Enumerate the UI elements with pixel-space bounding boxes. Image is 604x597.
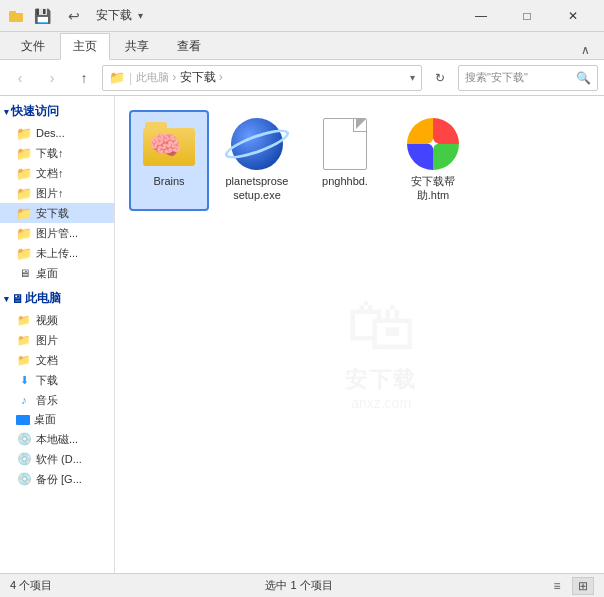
maximize-button[interactable]: □ [504,0,550,32]
folder-icon: 📁 [16,245,32,261]
downloads-blue-icon: ⬇ [16,372,32,388]
address-folder-icon: 📁 [109,70,125,85]
music-icon: ♪ [16,392,32,408]
documents-folder-icon: 📁 [16,352,32,368]
sidebar-item-software-disk[interactable]: 💿 软件 (D... [0,449,114,469]
search-icon[interactable]: 🔍 [576,71,591,85]
colorful-icon: ✦ [407,118,459,170]
sidebar-item-desktop3[interactable]: 桌面 [0,410,114,429]
sidebar-item-downloads[interactable]: 📁 下载↑ [0,143,114,163]
title-bar-left: 💾 ↩ 安下载 ▾ [8,2,143,30]
file-label-planet: planetsprosesetup.exe [223,174,291,203]
pictures-folder-icon: 📁 [16,332,32,348]
minimize-button[interactable]: — [458,0,504,32]
file-label-brains: Brains [153,174,184,188]
tab-share[interactable]: 共享 [112,33,162,59]
disk-icon: 💿 [16,431,32,447]
address-path-home: 此电脑 › 安下载 › [136,69,223,86]
sidebar-item-music[interactable]: ♪ 音乐 [0,390,114,410]
content-area: 🛍 安下载 anxz.com 🧠 Brains [115,96,604,573]
sidebar-item-downloads2[interactable]: ⬇ 下载 [0,370,114,390]
sidebar-item-video[interactable]: 📁 视频 [0,310,114,330]
view-detail-button[interactable]: ≡ [546,577,568,595]
title-bar-chevron: ▾ [138,10,143,21]
file-item-brains[interactable]: 🧠 Brains [129,110,209,211]
view-grid-button[interactable]: ⊞ [572,577,594,595]
address-bar-area: ‹ › ↑ 📁 | 此电脑 › 安下载 › ▾ ↻ 搜索"安下载" 🔍 [0,60,604,96]
search-box[interactable]: 搜索"安下载" 🔍 [458,65,598,91]
sidebar-item-pic-mgr[interactable]: 📁 图片管... [0,223,114,243]
status-view-buttons: ≡ ⊞ [546,577,594,595]
folder-icon: 📁 [16,185,32,201]
refresh-button[interactable]: ↻ [426,64,454,92]
sidebar-item-unuploaded[interactable]: 📁 未上传... [0,243,114,263]
document-icon [319,118,371,170]
status-bar: 4 个项目 选中 1 个项目 ≡ ⊞ [0,573,604,597]
sidebar-item-backup-disk[interactable]: 💿 备份 [G... [0,469,114,489]
sidebar-item-anxz[interactable]: 📁 安下载 [0,203,114,223]
sidebar-item-localdisk[interactable]: 💿 本地磁... [0,429,114,449]
close-button[interactable]: ✕ [550,0,596,32]
address-separator: | [129,71,132,85]
file-item-help[interactable]: ✦ 安下载帮助.htm [393,110,473,211]
forward-button[interactable]: › [38,64,66,92]
sidebar-item-pictures2[interactable]: 📁 图片 [0,330,114,350]
ribbon-tabs: 文件 主页 共享 查看 ∧ [0,32,604,60]
desktop2-icon [16,415,30,425]
search-placeholder: 搜索"安下载" [465,70,528,85]
file-item-pnghhbd[interactable]: pnghhbd. [305,110,385,211]
folder-icon: 📁 [16,225,32,241]
qat-save[interactable]: 💾 [28,2,56,30]
title-bar-title: 安下载 [96,7,132,24]
desktop-icon: 🖥 [16,265,32,281]
tab-file[interactable]: 文件 [8,33,58,59]
sidebar-item-pictures[interactable]: 📁 图片↑ [0,183,114,203]
address-dropdown[interactable]: ▾ [410,72,415,83]
disk3-icon: 💿 [16,471,32,487]
file-label-help: 安下载帮助.htm [399,174,467,203]
tab-home[interactable]: 主页 [60,33,110,60]
folder-icon: 📁 [16,165,32,181]
status-selected-count: 选中 1 个项目 [265,578,332,593]
file-grid: 🧠 Brains planetsprosesetup.exe [125,106,594,215]
qat-undo[interactable]: ↩ [60,2,88,30]
sidebar: ▾ 快速访问 📁 Des... 📁 下载↑ 📁 文档↑ 📁 图片↑ 📁 安下载 … [0,96,115,573]
sidebar-item-desktop2[interactable]: 🖥 桌面 [0,263,114,283]
folder-title-icon [8,8,24,24]
title-bar: 💾 ↩ 安下载 ▾ — □ ✕ [0,0,604,32]
folder-icon: 📁 [16,205,32,221]
svg-rect-1 [9,11,16,15]
file-label-pnghhbd: pnghhbd. [322,174,368,188]
sidebar-item-documents2[interactable]: 📁 文档 [0,350,114,370]
disk2-icon: 💿 [16,451,32,467]
ribbon-collapse[interactable]: ∧ [575,41,596,59]
download-folder-icon: 📁 [16,145,32,161]
tab-view[interactable]: 查看 [164,33,214,59]
folder-icon: 📁 [16,125,32,141]
file-item-planet[interactable]: planetsprosesetup.exe [217,110,297,211]
address-box[interactable]: 📁 | 此电脑 › 安下载 › ▾ [102,65,422,91]
status-item-count: 4 个项目 [10,578,52,593]
up-button[interactable]: ↑ [70,64,98,92]
watermark: 🛍 安下载 anxz.com [345,284,417,410]
sidebar-item-documents[interactable]: 📁 文档↑ [0,163,114,183]
sidebar-quick-access-header[interactable]: ▾ 快速访问 [0,100,114,123]
video-folder-icon: 📁 [16,312,32,328]
brains-folder-icon: 🧠 [143,118,195,170]
title-bar-buttons: — □ ✕ [458,0,596,32]
sidebar-item-desktop[interactable]: 📁 Des... [0,123,114,143]
main-layout: ▾ 快速访问 📁 Des... 📁 下载↑ 📁 文档↑ 📁 图片↑ 📁 安下载 … [0,96,604,573]
sidebar-this-pc-header[interactable]: ▾ 🖥 此电脑 [0,287,114,310]
planet-icon [231,118,283,170]
back-button[interactable]: ‹ [6,64,34,92]
